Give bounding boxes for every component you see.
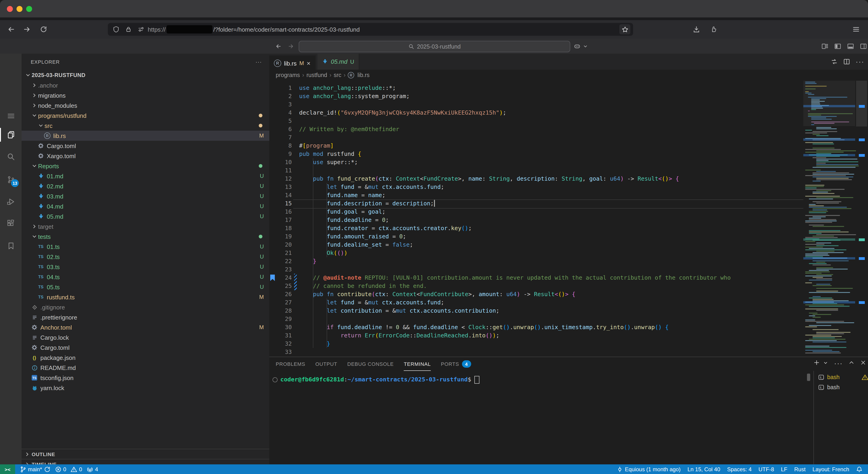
tree-item-02-ts[interactable]: TS02.tsU xyxy=(22,252,269,262)
status-notifications-icon[interactable] xyxy=(856,466,863,472)
activity-item-bookmarks[interactable] xyxy=(0,239,22,253)
breadcrumb-item[interactable]: src xyxy=(334,72,341,78)
copilot-icon[interactable] xyxy=(572,42,582,51)
tree-item-src[interactable]: src xyxy=(22,121,269,131)
status-last-commit[interactable]: Equious (1 month ago) xyxy=(617,466,681,472)
status-branch[interactable]: main* xyxy=(20,466,50,472)
command-center-search[interactable]: 2025-03-rustfund xyxy=(299,41,570,52)
browser-url-bar[interactable]: https:// /?folder=/home/coder/smart-cont… xyxy=(108,23,633,36)
toggle-panel-icon[interactable] xyxy=(846,42,855,51)
tree-item-05-md[interactable]: 05.mdU xyxy=(22,211,269,222)
status-errors[interactable]: 0 xyxy=(55,466,66,472)
customize-layout-icon[interactable] xyxy=(820,42,830,51)
status-language[interactable]: Rust xyxy=(794,466,806,472)
tree-item-node-modules[interactable]: node_modules xyxy=(22,100,269,110)
activity-item-search[interactable] xyxy=(0,150,22,164)
code-content[interactable]: 1use anchor_lang::prelude::*;2use anchor… xyxy=(269,84,803,356)
tree-item-tests[interactable]: tests xyxy=(22,232,269,242)
tree-item-01-md[interactable]: 01.mdU xyxy=(22,171,269,181)
toggle-secondary-sidebar-icon[interactable] xyxy=(859,42,868,51)
breadcrumb-item[interactable]: rustfund xyxy=(306,72,327,78)
panel-tab-output[interactable]: OUTPUT xyxy=(315,357,337,371)
tree-item-04-ts[interactable]: TS04.tsU xyxy=(22,272,269,282)
activity-item-run-debug[interactable] xyxy=(0,195,22,209)
tree-item-cargo-toml[interactable]: Cargo.toml xyxy=(22,141,269,151)
chevron-down-icon[interactable] xyxy=(581,42,590,51)
tree-item--gitignore[interactable]: .gitignore xyxy=(22,302,269,312)
code-editor[interactable]: 1use anchor_lang::prelude::*;2use anchor… xyxy=(269,81,868,357)
tree-item-rustfund-ts[interactable]: TSrustfund.tsM xyxy=(22,292,269,302)
panel-tab-problems[interactable]: PROBLEMS xyxy=(276,357,305,371)
minimap[interactable] xyxy=(803,81,855,357)
status-ports[interactable]: 4 xyxy=(87,466,98,472)
terminal-list-item[interactable]: $_bash xyxy=(818,382,840,393)
tree-item-04-md[interactable]: 04.mdU xyxy=(22,201,269,211)
tree-item-03-md[interactable]: 03.mdU xyxy=(22,191,269,201)
breadcrumb-item[interactable]: lib.rs xyxy=(358,72,370,78)
breadcrumb-item[interactable]: programs xyxy=(276,72,300,78)
permissions-toggles-icon[interactable] xyxy=(137,25,145,33)
tree-item-yarn-lock[interactable]: yarn.lock xyxy=(22,383,269,393)
maximize-panel-icon[interactable] xyxy=(849,360,854,368)
tree-item-2025-03-rustfund[interactable]: 2025-03-RUSTFUND xyxy=(22,70,269,80)
tree-item-01-ts[interactable]: TS01.tsU xyxy=(22,242,269,252)
close-panel-icon[interactable] xyxy=(860,360,866,368)
browser-menu-icon[interactable] xyxy=(851,24,861,34)
tree-item-anchor-toml[interactable]: Anchor.tomlM xyxy=(22,322,269,332)
tree-item-cargo-toml[interactable]: Cargo.toml xyxy=(22,342,269,352)
status-keyboard-layout[interactable]: Layout: French xyxy=(812,466,849,472)
bookmark-star-icon[interactable] xyxy=(619,24,630,34)
panel-tab-ports[interactable]: PORTS4 xyxy=(441,357,471,371)
tab-lib-rs[interactable]: R lib.rs M × xyxy=(269,55,315,71)
tree-item-target[interactable]: target xyxy=(22,222,269,232)
tab-05-md[interactable]: 05.md U xyxy=(317,54,359,70)
downloads-icon[interactable] xyxy=(691,24,702,34)
shield-icon[interactable] xyxy=(112,25,120,33)
explorer-more-actions-icon[interactable]: ··· xyxy=(255,59,262,65)
breadcrumb[interactable]: programs›rustfund›src›Rlib.rs xyxy=(269,70,868,81)
toggle-sidebar-icon[interactable] xyxy=(833,42,842,51)
minimize-window-button[interactable] xyxy=(17,6,23,12)
outline-section-header[interactable]: OUTLINE xyxy=(22,449,269,459)
new-terminal-icon[interactable] xyxy=(813,360,820,368)
activity-item-explorer[interactable] xyxy=(0,128,22,142)
close-tab-icon[interactable]: × xyxy=(307,60,310,67)
status-cursor-position[interactable]: Ln 15, Col 40 xyxy=(687,466,720,472)
activity-item-menu[interactable] xyxy=(0,109,22,123)
tree-item-xargo-toml[interactable]: Xargo.toml xyxy=(22,151,269,161)
status-eol[interactable]: LF xyxy=(781,466,787,472)
tree-item-02-md[interactable]: 02.mdU xyxy=(22,181,269,191)
split-editor-icon[interactable] xyxy=(843,58,850,65)
terminal-list-item[interactable]: $_bash xyxy=(818,372,868,382)
remote-indicator[interactable]: >< xyxy=(0,464,15,474)
panel-more-actions-icon[interactable]: ··· xyxy=(834,360,843,368)
tree-item-03-ts[interactable]: TS03.tsU xyxy=(22,262,269,272)
activity-item-extensions[interactable] xyxy=(0,217,22,231)
status-indentation[interactable]: Spaces: 4 xyxy=(727,466,752,472)
terminal[interactable]: coder@fb6d9fc6281d:~/smart-contracts/202… xyxy=(272,375,479,384)
panel-tab-debug-console[interactable]: DEBUG CONSOLE xyxy=(347,357,394,371)
close-window-button[interactable] xyxy=(7,6,13,12)
editor-more-actions-icon[interactable]: ··· xyxy=(856,58,864,66)
tree-item-migrations[interactable]: migrations xyxy=(22,90,269,100)
tree-item--anchor[interactable]: .anchor xyxy=(22,80,269,90)
browser-forward-button[interactable] xyxy=(22,24,32,34)
browser-back-button[interactable] xyxy=(6,24,16,34)
browser-extension-icon[interactable] xyxy=(708,24,718,34)
editor-scrollbar-slider[interactable] xyxy=(856,81,867,127)
zoom-window-button[interactable] xyxy=(26,6,32,12)
history-forward-icon[interactable] xyxy=(286,42,296,51)
terminal-dropdown-icon[interactable] xyxy=(823,360,828,368)
lock-icon[interactable] xyxy=(124,25,132,33)
tree-item-cargo-lock[interactable]: Cargo.lock xyxy=(22,332,269,342)
overview-ruler-scrollbar[interactable] xyxy=(855,81,868,357)
terminal-list-sash[interactable] xyxy=(813,371,814,465)
tree-item-readme-md[interactable]: README.md xyxy=(22,363,269,373)
tree-item-05-ts[interactable]: TS05.tsU xyxy=(22,282,269,292)
panel-tab-terminal[interactable]: TERMINAL xyxy=(404,357,431,371)
tree-item-package-json[interactable]: {}package.json xyxy=(22,352,269,363)
status-encoding[interactable]: UTF-8 xyxy=(758,466,774,472)
tree-item-reports[interactable]: Reports xyxy=(22,161,269,171)
status-warnings[interactable]: 0 xyxy=(71,466,82,472)
tree-item-lib-rs[interactable]: Rlib.rsM xyxy=(22,131,269,141)
